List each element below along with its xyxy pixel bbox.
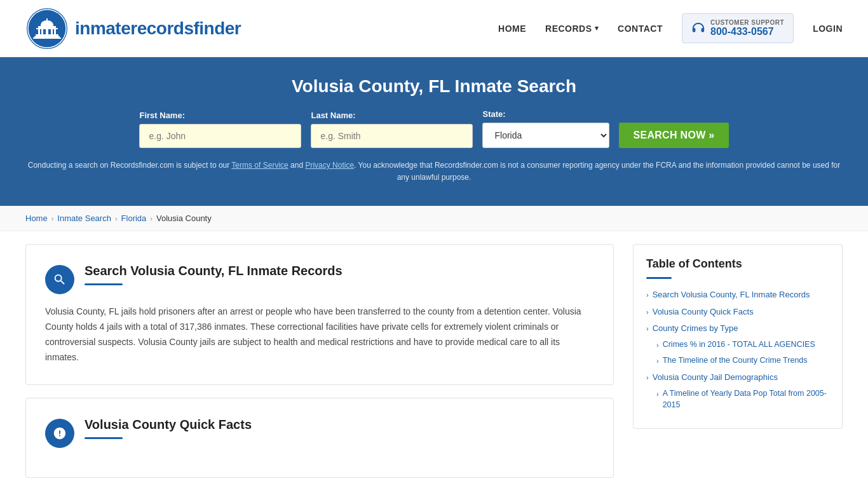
toc-item: ›Volusia County Quick Facts (646, 306, 829, 318)
last-name-group: Last Name: (311, 111, 473, 148)
login-button[interactable]: LOGIN (813, 24, 843, 34)
svg-rect-8 (46, 29, 48, 34)
logo-text: inmaterecordsfinder (75, 18, 241, 39)
search-button[interactable]: SEARCH NOW » (619, 123, 728, 148)
toc-title: Table of Contents (646, 257, 829, 271)
breadcrumb-inmate-search[interactable]: Inmate Search (57, 214, 111, 223)
search-section-title-wrap: Search Volusia County, FL Inmate Records (85, 264, 342, 285)
main-nav: HOME RECORDS ▾ CONTACT CUSTOMER SUPPORT … (498, 13, 843, 43)
toc-item: ›County Crimes by Type (646, 323, 829, 334)
state-select[interactable]: Florida (482, 123, 609, 148)
toc-link[interactable]: ›Crimes % in 2016 - TOTAL ALL AGENCIES (656, 339, 829, 351)
search-form: First Name: Last Name: State: Florida SE… (25, 109, 843, 148)
svg-rect-11 (36, 34, 58, 36)
toc-link[interactable]: ›A Timeline of Yearly Data Pop Total fro… (656, 388, 829, 410)
tos-link[interactable]: Terms of Service (231, 161, 288, 170)
nav-records[interactable]: RECORDS ▾ (545, 24, 599, 34)
toc-card: Table of Contents ›Search Volusia County… (633, 244, 843, 429)
hero-disclaimer: Conducting a search on Recordsfinder.com… (25, 159, 843, 184)
toc-item-label: A Timeline of Yearly Data Pop Total from… (663, 388, 829, 410)
chevron-right-icon: › (656, 390, 659, 399)
svg-rect-14 (46, 18, 48, 25)
quick-facts-title: Volusia County Quick Facts (85, 417, 252, 432)
svg-rect-10 (54, 29, 56, 34)
first-name-group: First Name: (139, 111, 301, 148)
main-content: Search Volusia County, FL Inmate Records… (0, 231, 868, 488)
breadcrumb-sep-1: › (51, 215, 54, 222)
nav-contact[interactable]: CONTACT (618, 24, 663, 34)
state-group: State: Florida (482, 109, 609, 148)
breadcrumb-home[interactable]: Home (25, 214, 48, 223)
section-header-search: Search Volusia County, FL Inmate Records (45, 264, 594, 294)
toc-item: ›Volusia County Jail Demographics (646, 372, 829, 383)
svg-rect-7 (41, 29, 43, 34)
toc-link[interactable]: ›The Timeline of the County Crime Trends (656, 355, 829, 367)
toc-underline (646, 277, 672, 279)
toc-link[interactable]: ›Volusia County Jail Demographics (646, 372, 829, 383)
chevron-right-icon: › (646, 324, 649, 334)
chevron-right-icon: › (656, 341, 659, 350)
logo-icon (25, 7, 69, 50)
section-header-facts: Volusia County Quick Facts (45, 417, 594, 448)
svg-rect-5 (36, 28, 58, 29)
chevron-right-icon: › (646, 308, 649, 317)
logo-bold-text: finder (193, 18, 241, 38)
support-phone: 800-433-0567 (710, 26, 784, 37)
first-name-label: First Name: (139, 111, 301, 120)
logo[interactable]: inmaterecordsfinder (25, 7, 241, 50)
chevron-right-icon: › (656, 356, 659, 366)
chevron-right-icon: › (646, 290, 649, 300)
first-name-input[interactable] (139, 124, 301, 148)
headset-icon (691, 22, 705, 36)
toc-item: ›The Timeline of the County Crime Trends (646, 355, 829, 367)
breadcrumb: Home › Inmate Search › Florida › Volusia… (0, 206, 868, 231)
last-name-input[interactable] (311, 124, 473, 148)
toc-item-label: The Timeline of the County Crime Trends (663, 355, 808, 367)
breadcrumb-state[interactable]: Florida (121, 214, 147, 223)
logo-main-text: inmaterecords (75, 18, 193, 38)
chevron-right-icon: › (646, 373, 649, 383)
breadcrumb-sep-2: › (115, 215, 118, 222)
support-text: CUSTOMER SUPPORT 800-433-0567 (710, 19, 784, 37)
toc-item-label: County Crimes by Type (653, 323, 738, 334)
site-header: inmaterecordsfinder HOME RECORDS ▾ CONTA… (0, 0, 868, 57)
customer-support-box[interactable]: CUSTOMER SUPPORT 800-433-0567 (682, 13, 794, 43)
breadcrumb-current: Volusia County (156, 214, 212, 223)
toc-item-label: Search Volusia County, FL Inmate Records (653, 289, 810, 301)
quick-facts-underline (85, 437, 123, 439)
toc-link[interactable]: ›Volusia County Quick Facts (646, 306, 829, 318)
toc-item: ›Search Volusia County, FL Inmate Record… (646, 289, 829, 301)
search-section-title: Search Volusia County, FL Inmate Records (85, 264, 342, 278)
svg-rect-6 (38, 29, 40, 34)
svg-rect-13 (33, 37, 61, 39)
search-section-card: Search Volusia County, FL Inmate Records… (25, 244, 614, 384)
hero-title: Volusia County, FL Inmate Search (25, 76, 843, 97)
sidebar: Table of Contents ›Search Volusia County… (633, 244, 843, 488)
search-icon-circle (45, 265, 74, 294)
toc-link[interactable]: ›County Crimes by Type (646, 323, 829, 334)
svg-rect-4 (38, 26, 56, 28)
support-label: CUSTOMER SUPPORT (710, 19, 784, 26)
privacy-link[interactable]: Privacy Notice (305, 161, 354, 170)
svg-rect-12 (34, 36, 60, 37)
toc-item: ›A Timeline of Yearly Data Pop Total fro… (646, 388, 829, 410)
toc-item-label: Volusia County Quick Facts (653, 306, 754, 318)
svg-rect-9 (51, 29, 53, 34)
alert-icon (53, 426, 67, 440)
quick-facts-section-card: Volusia County Quick Facts (25, 398, 614, 478)
alert-icon-circle (45, 419, 74, 448)
toc-item-label: Crimes % in 2016 - TOTAL ALL AGENCIES (663, 339, 815, 351)
toc-link[interactable]: ›Search Volusia County, FL Inmate Record… (646, 289, 829, 301)
content-left: Search Volusia County, FL Inmate Records… (25, 244, 633, 488)
search-section-body: Volusia County, FL jails hold prisoners … (45, 304, 594, 365)
toc-item-label: Volusia County Jail Demographics (653, 372, 778, 383)
nav-records-label: RECORDS (545, 24, 592, 34)
section-underline (85, 283, 123, 285)
search-icon (53, 273, 67, 287)
nav-home[interactable]: HOME (498, 24, 526, 34)
state-label: State: (482, 109, 609, 119)
last-name-label: Last Name: (311, 111, 473, 120)
breadcrumb-sep-3: › (150, 215, 153, 222)
toc-list: ›Search Volusia County, FL Inmate Record… (646, 289, 829, 410)
quick-facts-title-wrap: Volusia County Quick Facts (85, 417, 252, 439)
